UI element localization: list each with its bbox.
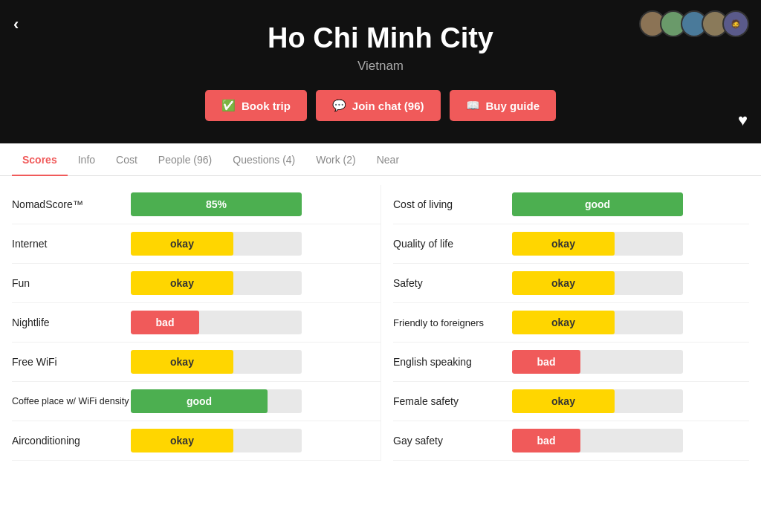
join-chat-label: Join chat (96) (352, 100, 424, 112)
score-bar-nightlife: bad (131, 311, 302, 334)
back-button[interactable]: ‹ (13, 15, 19, 34)
score-label-nomadscore: NomadScore™ (12, 198, 131, 210)
avatars-group: 🧔 (645, 10, 749, 37)
score-label-femalesafety: Female safety (393, 395, 512, 407)
tab-cost[interactable]: Cost (106, 143, 148, 176)
score-row-english: English speaking bad (393, 343, 749, 382)
country-subtitle: Vietnam (15, 59, 746, 74)
score-fill-qualitylife: okay (512, 232, 615, 256)
score-bar-freewifi: okay (131, 350, 302, 374)
score-row-fun: Fun okay (12, 264, 380, 303)
tab-work[interactable]: Work (2) (305, 143, 366, 176)
score-row-costliving: Cost of living good (393, 185, 749, 224)
score-bar-qualitylife: okay (512, 232, 683, 256)
score-fill-coffee: good (131, 389, 268, 413)
score-fill-costliving: good (512, 192, 683, 216)
avatar: 🧔 (722, 10, 749, 37)
score-label-qualitylife: Quality of life (393, 238, 512, 250)
score-label-gaysafety: Gay safety (393, 435, 512, 447)
tab-info[interactable]: Info (68, 143, 106, 176)
score-bar-nomadscore: 85% (131, 192, 302, 216)
score-label-freewifi: Free WiFi (12, 356, 131, 368)
score-row-coffee: Coffee place w/ WiFi density good (12, 382, 380, 421)
header-buttons: ✅ Book trip 💬 Join chat (96) 📖 Buy guide (15, 90, 746, 121)
score-label-coffee: Coffee place w/ WiFi density (12, 396, 131, 406)
score-fill-aircon: okay (131, 429, 233, 452)
score-bar-aircon: okay (131, 429, 302, 452)
book-icon: ✅ (221, 99, 236, 112)
scores-section: NomadScore™ 85% Internet okay Fun okay N… (0, 176, 761, 470)
book-trip-button[interactable]: ✅ Book trip (205, 90, 307, 121)
chat-icon: 💬 (332, 99, 346, 112)
buy-guide-label: Buy guide (486, 100, 540, 112)
score-bar-english: bad (512, 350, 683, 374)
score-fill-gaysafety: bad (512, 429, 580, 452)
score-bar-femalesafety: okay (512, 389, 683, 413)
score-label-fun: Fun (12, 277, 131, 289)
score-label-nightlife: Nightlife (12, 317, 131, 328)
score-label-costliving: Cost of living (393, 198, 512, 210)
left-scores: NomadScore™ 85% Internet okay Fun okay N… (12, 185, 380, 461)
tab-near[interactable]: Near (366, 143, 409, 176)
score-bar-friendly: okay (512, 311, 683, 334)
score-row-aircon: Airconditioning okay (12, 421, 380, 461)
book-trip-label: Book trip (242, 100, 291, 112)
score-label-english: English speaking (393, 356, 512, 368)
score-row-internet: Internet okay (12, 224, 380, 264)
score-bar-internet: okay (131, 232, 302, 256)
score-row-nightlife: Nightlife bad (12, 303, 380, 343)
tab-people[interactable]: People (96) (148, 143, 222, 176)
guide-icon: 📖 (466, 99, 480, 112)
score-label-internet: Internet (12, 238, 131, 250)
score-label-safety: Safety (393, 277, 512, 289)
score-fill-fun: okay (131, 271, 233, 295)
score-fill-femalesafety: okay (512, 389, 615, 413)
score-fill-nightlife: bad (131, 311, 199, 334)
score-row-femalesafety: Female safety okay (393, 382, 749, 421)
score-row-friendly: Friendly to foreigners okay (393, 303, 749, 343)
city-title: Ho Chi Minh City (15, 22, 746, 54)
score-bar-costliving: good (512, 192, 683, 216)
favorite-button[interactable]: ♥ (738, 111, 748, 130)
score-fill-freewifi: okay (131, 350, 233, 374)
right-scores: Cost of living good Quality of life okay… (380, 185, 749, 461)
score-fill-safety: okay (512, 271, 615, 295)
tab-questions[interactable]: Questions (4) (222, 143, 305, 176)
score-fill-english: bad (512, 350, 580, 374)
score-label-aircon: Airconditioning (12, 435, 131, 447)
score-row-gaysafety: Gay safety bad (393, 421, 749, 461)
tab-scores[interactable]: Scores (12, 143, 68, 176)
score-row-qualitylife: Quality of life okay (393, 224, 749, 264)
score-bar-fun: okay (131, 271, 302, 295)
score-bar-coffee: good (131, 389, 302, 413)
nav-tabs: Scores Info Cost People (96) Questions (… (0, 143, 761, 176)
score-fill-friendly: okay (512, 311, 615, 334)
buy-guide-button[interactable]: 📖 Buy guide (450, 90, 557, 121)
score-fill-internet: okay (131, 232, 233, 256)
score-bar-safety: okay (512, 271, 683, 295)
join-chat-button[interactable]: 💬 Join chat (96) (316, 90, 441, 121)
score-row-nomadscore: NomadScore™ 85% (12, 185, 380, 224)
score-row-freewifi: Free WiFi okay (12, 343, 380, 382)
score-label-friendly: Friendly to foreigners (393, 317, 512, 328)
score-row-safety: Safety okay (393, 264, 749, 303)
score-bar-gaysafety: bad (512, 429, 683, 452)
score-fill-nomadscore: 85% (131, 192, 302, 216)
scores-grid: NomadScore™ 85% Internet okay Fun okay N… (12, 185, 749, 461)
header: ‹ 🧔 Ho Chi Minh City Vietnam ✅ Book trip… (0, 0, 761, 143)
